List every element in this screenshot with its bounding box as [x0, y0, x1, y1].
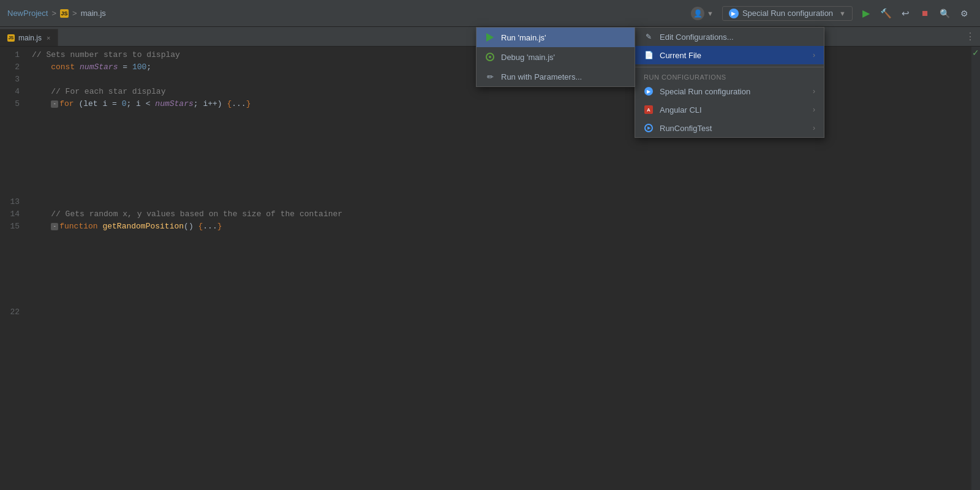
angular-cli-label: Angular CLI: [660, 105, 702, 115]
special-run-item[interactable]: ▶ Special Run configuration ›: [635, 82, 824, 100]
run-triangle-icon: [486, 33, 494, 42]
debug-main-icon: [485, 52, 495, 62]
code-editor[interactable]: // Sets number stars to display const nu…: [26, 47, 971, 490]
dropdown-run-main-item[interactable]: Run 'main.js': [477, 28, 635, 47]
breadcrumb-js-icon: JS: [60, 9, 69, 18]
angular-badge-icon: A: [644, 105, 653, 114]
config-dropdown: ✎ Edit Configurations... 📄 Current File …: [635, 27, 824, 138]
current-file-item[interactable]: 📄 Current File ›: [635, 46, 824, 64]
code-line-blank-17: [32, 245, 971, 257]
run-button[interactable]: ▶: [858, 5, 875, 22]
code-line-blank-10: [32, 159, 971, 172]
dropdown-debug-main-label: Debug 'main.js': [501, 53, 555, 62]
breadcrumb-sep2: >: [72, 9, 77, 18]
right-edge: ✓: [971, 47, 980, 490]
code-line-22: [32, 306, 971, 318]
edit-config-icon: ✎: [644, 32, 654, 42]
editor-area: 1 2 3 4 5 13 14 15 22 // Sets number sta…: [0, 47, 980, 490]
breadcrumb: NewProject > JS > main.js: [7, 9, 682, 18]
angular-cli-arrow: ›: [813, 105, 815, 114]
code-line-5: -for (let i = 0; i < numStars; i++) {...…: [32, 98, 971, 110]
special-run-label: Special Run configuration: [660, 87, 750, 96]
breadcrumb-sep1: >: [51, 9, 56, 18]
code-line-blank-19: [32, 270, 971, 282]
code-line-13: [32, 196, 971, 208]
tab-bar-overflow[interactable]: ⋮: [965, 27, 980, 46]
file-tab-name: main.js: [18, 34, 42, 42]
run-params-icon: ✏: [485, 72, 495, 81]
code-line-blank-12: [32, 184, 971, 196]
run-config-test-circle-icon: ▶: [644, 124, 653, 132]
search-button[interactable]: 🔍: [936, 5, 953, 22]
code-line-blank-7: [32, 123, 971, 135]
special-run-arrow: ›: [813, 87, 815, 96]
user-dropdown-arrow: ▼: [707, 10, 714, 17]
file-tab-js-icon: JS: [7, 34, 15, 42]
run-config-test-icon: ▶: [644, 123, 654, 133]
code-line-4: // For each star display: [32, 86, 971, 98]
fold-btn-5[interactable]: -: [51, 100, 58, 108]
line-numbers: 1 2 3 4 5 13 14 15 22: [0, 47, 26, 490]
run-config-test-item[interactable]: ▶ RunConfigTest ›: [635, 119, 824, 137]
dropdown-run-main-label: Run 'main.js': [501, 33, 546, 42]
current-file-icon: 📄: [644, 50, 654, 60]
run-config-button[interactable]: ▶ Special Run configuration ▼: [722, 6, 853, 21]
run-dropdown: Run 'main.js' Debug 'main.js' ✏ Run with…: [476, 27, 635, 87]
stop-button[interactable]: ⏹: [916, 5, 933, 22]
run-config-dropdown-arrow: ▼: [839, 10, 846, 17]
dropdown-debug-main-item[interactable]: Debug 'main.js': [477, 47, 635, 67]
dropdown-run-params-item[interactable]: ✏ Run with Parameters...: [477, 67, 635, 86]
edit-configurations-item[interactable]: ✎ Edit Configurations...: [635, 28, 824, 46]
code-line-blank-8: [32, 135, 971, 147]
run-config-test-label: RunConfigTest: [660, 124, 712, 133]
topbar: NewProject > JS > main.js 👤 ▼ ▶ Special …: [0, 0, 980, 27]
code-line-blank-11: [32, 172, 971, 184]
build-button[interactable]: 🔨: [877, 5, 894, 22]
run-config-test-arrow: ›: [813, 124, 815, 132]
user-icon: 👤: [691, 7, 704, 20]
file-tab-close-button[interactable]: ×: [47, 34, 50, 42]
debug-circle-icon: [486, 53, 494, 61]
user-button[interactable]: 👤 ▼: [687, 6, 717, 21]
code-line-blank-21: [32, 294, 971, 306]
code-line-14: // Gets random x, y values based on the …: [32, 208, 971, 221]
current-file-label: Current File: [660, 51, 701, 60]
fold-btn-15[interactable]: -: [51, 223, 58, 230]
code-line-blank-6: [32, 110, 971, 123]
run-config-label: Special Run configuration: [742, 9, 833, 18]
run-configurations-section: Run Configurations: [635, 70, 824, 82]
run-main-icon: [485, 32, 495, 42]
code-line-15: -function getRandomPosition() {...}: [32, 221, 971, 233]
topbar-right: 👤 ▼ ▶ Special Run configuration ▼ ▶ 🔨 ↩ …: [687, 5, 973, 22]
breadcrumb-file[interactable]: main.js: [81, 9, 106, 18]
angular-cli-item[interactable]: A Angular CLI ›: [635, 100, 824, 119]
special-run-circle-icon: ▶: [644, 87, 653, 96]
config-divider: [635, 67, 824, 67]
dropdown-run-params-label: Run with Parameters...: [501, 72, 582, 81]
code-line-blank-9: [32, 147, 971, 159]
angular-cli-icon: A: [644, 105, 654, 115]
file-tab-main-js[interactable]: JS main.js ×: [0, 29, 58, 46]
code-line-blank-18: [32, 257, 971, 270]
code-line-blank-20: [32, 282, 971, 294]
special-run-icon: ▶: [644, 86, 654, 96]
settings-button[interactable]: ⚙: [956, 5, 973, 22]
code-line-blank-16: [32, 233, 971, 245]
reload-button[interactable]: ↩: [897, 5, 914, 22]
toolbar-icons: ▶ 🔨 ↩ ⏹ 🔍 ⚙: [858, 5, 973, 22]
edit-configurations-label: Edit Configurations...: [660, 32, 734, 42]
current-file-arrow: ›: [813, 51, 815, 59]
check-icon: ✓: [972, 48, 979, 58]
run-config-icon: ▶: [729, 9, 739, 18]
breadcrumb-project[interactable]: NewProject: [7, 9, 48, 18]
